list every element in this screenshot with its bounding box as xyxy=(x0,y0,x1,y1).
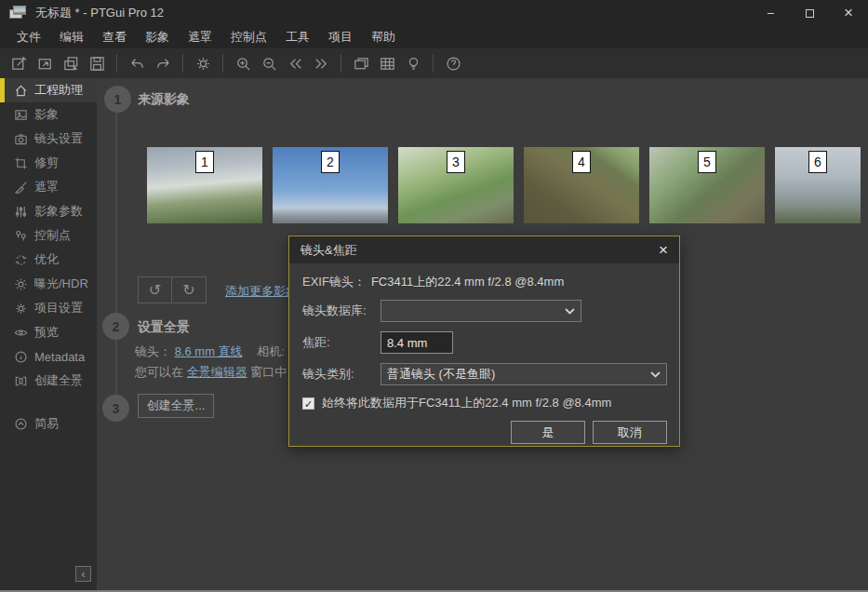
lens-type-value: 普通镜头 (不是鱼眼) xyxy=(387,366,495,383)
sidebar-item-label: 项目设置 xyxy=(34,300,83,316)
sidebar: 工程助理 影象 镜头设置 修剪 遮罩 影象参数 控制点 优化 xyxy=(0,78,97,592)
detail-viewer-icon[interactable] xyxy=(375,51,399,75)
lens-database-select[interactable] xyxy=(381,300,581,322)
save-icon[interactable] xyxy=(85,51,109,75)
hint-prefix: 您可以在 xyxy=(135,365,187,379)
next-images-icon[interactable] xyxy=(309,51,333,75)
menu-view[interactable]: 查看 xyxy=(93,26,136,48)
sidebar-item-label: 曝光/HDR xyxy=(34,276,88,292)
sidebar-item-preview[interactable]: 预览 xyxy=(0,320,97,344)
sidebar-item-label: 预览 xyxy=(34,324,59,341)
panorama-editor-icon[interactable] xyxy=(349,51,373,75)
sidebar-item-crop[interactable]: 修剪 xyxy=(0,151,97,175)
sidebar-item-label: 遮罩 xyxy=(34,179,59,195)
menu-bar: 文件 编辑 查看 影象 遮罩 控制点 工具 项目 帮助 xyxy=(0,26,868,48)
help-icon[interactable] xyxy=(441,51,465,75)
source-image-thumbnail[interactable]: 5 xyxy=(649,147,765,223)
image-number-badge: 4 xyxy=(572,151,591,173)
source-image-thumbnail[interactable]: 1 xyxy=(147,147,262,223)
open-project-icon[interactable] xyxy=(33,51,57,75)
sidebar-item-label: 镜头设置 xyxy=(34,130,83,147)
sidebar-item-project-settings[interactable]: 项目设置 xyxy=(0,296,97,320)
settings-gear-icon[interactable] xyxy=(191,51,215,75)
step1-badge: 1 xyxy=(104,86,131,113)
sidebar-item-simple-mode[interactable]: 简易 xyxy=(0,411,97,436)
chevron-down-icon xyxy=(650,371,661,378)
minimize-button[interactable]: − xyxy=(751,0,790,26)
chevron-down-icon xyxy=(565,308,575,315)
sidebar-collapse-button[interactable]: ‹ xyxy=(75,566,91,582)
menu-images[interactable]: 影象 xyxy=(136,26,179,48)
sidebar-item-label: 优化 xyxy=(34,251,59,268)
menu-tools[interactable]: 工具 xyxy=(276,26,319,48)
menu-file[interactable]: 文件 xyxy=(7,26,50,48)
menu-edit[interactable]: 编辑 xyxy=(50,26,93,48)
menu-control-points[interactable]: 控制点 xyxy=(221,26,276,48)
menu-help[interactable]: 帮助 xyxy=(362,26,405,48)
sidebar-item-images[interactable]: 影象 xyxy=(0,102,97,127)
sidebar-item-exposure-hdr[interactable]: 曝光/HDR xyxy=(0,272,97,296)
lens-type-select[interactable]: 普通镜头 (不是鱼眼) xyxy=(381,363,667,385)
create-panorama-button[interactable]: 创建全景... xyxy=(138,394,214,418)
previous-images-icon[interactable] xyxy=(283,51,307,75)
rotate-ccw-button[interactable]: ↺ xyxy=(138,276,172,303)
sliders-icon xyxy=(14,205,28,219)
toolbar xyxy=(0,48,868,78)
maximize-icon xyxy=(806,9,814,18)
lens-settings-link[interactable]: 8.6 mm 直线 xyxy=(175,344,243,358)
sidebar-item-metadata[interactable]: Metadata xyxy=(0,344,97,369)
source-image-thumbnail[interactable]: 2 xyxy=(273,147,388,223)
always-use-checkbox[interactable]: ✓ xyxy=(302,397,314,410)
sidebar-item-label: Metadata xyxy=(34,350,85,364)
crop-icon xyxy=(14,156,28,170)
control-points-icon xyxy=(14,229,28,243)
exif-lens-label: EXIF镜头： xyxy=(302,275,366,289)
panorama-editor-link[interactable]: 全景编辑器 xyxy=(187,365,247,379)
focal-length-label: 焦距: xyxy=(302,334,381,351)
zoom-in-icon[interactable] xyxy=(231,51,255,75)
step2-title: 设置全景 xyxy=(138,319,190,336)
source-image-thumbnail[interactable]: 3 xyxy=(398,147,514,223)
sidebar-item-optimizer[interactable]: 优化 xyxy=(0,248,97,272)
rotate-cw-button[interactable]: ↻ xyxy=(172,276,207,303)
sidebar-item-control-points[interactable]: 控制点 xyxy=(0,223,97,248)
sidebar-item-label: 创建全景 xyxy=(34,372,83,389)
sidebar-item-create-panorama[interactable]: 创建全景 xyxy=(0,369,97,393)
brush-icon xyxy=(14,181,28,195)
exif-lens-value: FC3411上的22.4 mm f/2.8 @8.4mm xyxy=(371,275,564,289)
redo-icon[interactable] xyxy=(151,51,175,75)
focal-length-input[interactable] xyxy=(381,331,453,354)
chevron-up-circle-icon xyxy=(14,417,28,431)
undo-icon[interactable] xyxy=(125,51,149,75)
close-button[interactable]: × xyxy=(829,0,868,26)
sun-icon xyxy=(14,277,28,291)
dialog-title-bar[interactable]: 镜头&焦距 × xyxy=(289,236,679,263)
source-image-thumbnail[interactable]: 6 xyxy=(775,147,861,223)
source-image-thumbnail[interactable]: 4 xyxy=(524,147,639,223)
sidebar-item-mask[interactable]: 遮罩 xyxy=(0,175,97,199)
sidebar-item-label: 简易 xyxy=(34,415,59,432)
add-more-images-link[interactable]: 添加更多影象 xyxy=(225,283,298,300)
menu-project[interactable]: 项目 xyxy=(319,26,362,48)
lens-focal-dialog: 镜头&焦距 × EXIF镜头：FC3411上的22.4 mm f/2.8 @8.… xyxy=(288,235,680,447)
dialog-title: 镜头&焦距 xyxy=(300,242,357,259)
sidebar-item-lens-settings[interactable]: 镜头设置 xyxy=(0,127,97,151)
sidebar-item-label: 控制点 xyxy=(34,227,71,244)
step2-badge: 2 xyxy=(102,313,129,340)
yes-button[interactable]: 是 xyxy=(511,421,585,444)
window-title: 无标题 * - PTGui Pro 12 xyxy=(35,5,164,21)
sidebar-item-project-assistant[interactable]: 工程助理 xyxy=(0,78,97,102)
image-number-badge: 6 xyxy=(808,151,827,173)
title-bar: 无标题 * - PTGui Pro 12 − × xyxy=(0,0,868,26)
lens-label: 镜头： xyxy=(135,344,171,358)
copy-template-icon[interactable] xyxy=(59,51,83,75)
maximize-button[interactable] xyxy=(790,0,829,26)
sidebar-item-image-parameters[interactable]: 影象参数 xyxy=(0,199,97,223)
menu-mask[interactable]: 遮罩 xyxy=(179,26,221,48)
preview-bulb-icon[interactable] xyxy=(401,51,425,75)
gear-icon xyxy=(14,302,28,316)
zoom-out-icon[interactable] xyxy=(257,51,281,75)
dialog-close-icon[interactable]: × xyxy=(659,242,668,258)
cancel-button[interactable]: 取消 xyxy=(593,421,667,444)
edit-project-icon[interactable] xyxy=(7,51,31,75)
